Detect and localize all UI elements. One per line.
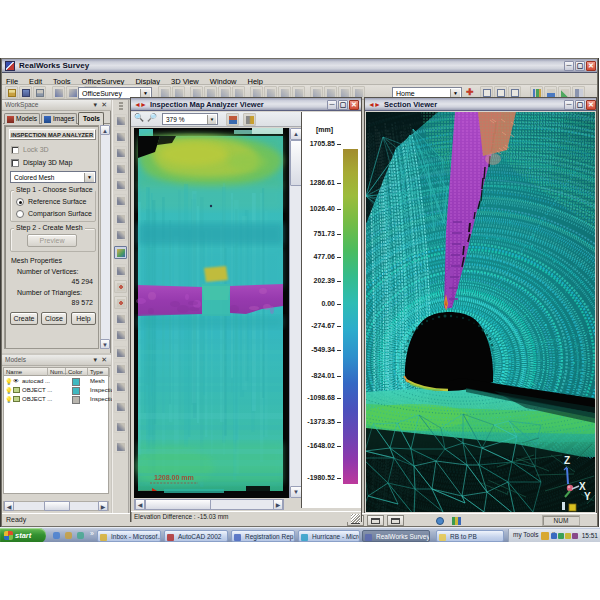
- svg-text:Z: Z: [564, 455, 570, 466]
- svg-text:1208.00 mm: 1208.00 mm: [154, 474, 194, 481]
- svg-text:Y: Y: [584, 491, 591, 502]
